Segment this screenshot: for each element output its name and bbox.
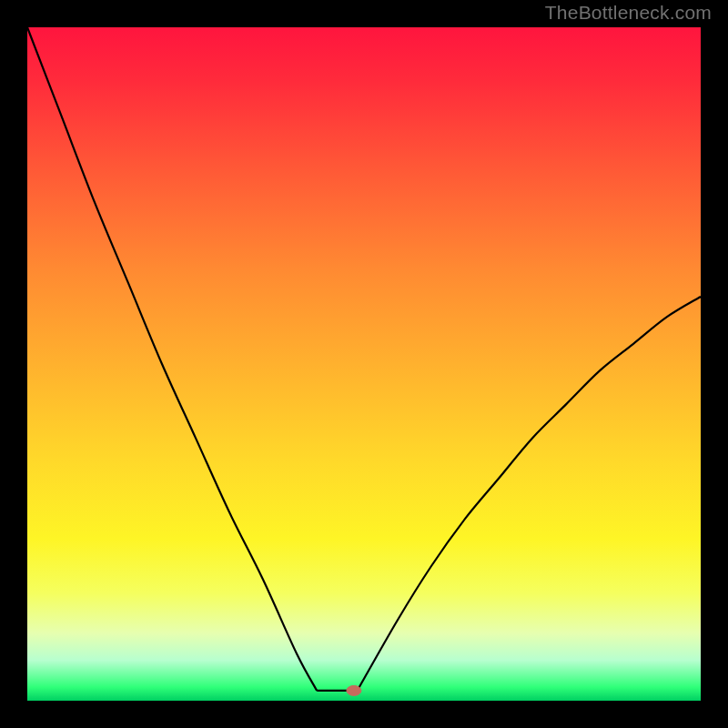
watermark-text: TheBottleneck.com xyxy=(545,2,712,24)
right-branch-path xyxy=(358,297,701,691)
chart-frame: TheBottleneck.com xyxy=(0,0,728,728)
trough-marker xyxy=(347,685,361,695)
plot-area xyxy=(27,27,701,701)
curve-svg xyxy=(27,27,701,701)
left-branch-path xyxy=(27,27,317,691)
